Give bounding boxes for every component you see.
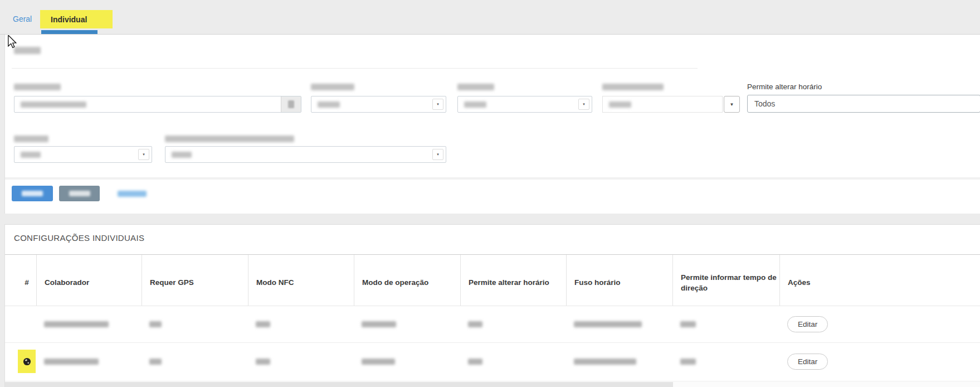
col-header-modo-nfc: Modo NFC <box>248 255 354 306</box>
filter-clear-label-redacted <box>69 191 90 196</box>
fuso-horario-select[interactable]: ▾ <box>14 146 152 163</box>
col-header-number: # <box>17 255 36 306</box>
table-title: CONFIGURAÇÕES INDIVIDUAIS <box>14 233 144 243</box>
permite-alterar-horario-select[interactable]: Todos <box>747 95 980 113</box>
col-header-requer-gps: Requer GPS <box>142 255 248 306</box>
tab-bar: Geral Individual <box>0 0 980 35</box>
permite-informar-tempo-value-redacted <box>172 152 192 158</box>
filter-apply-label-redacted <box>22 191 43 196</box>
permite-alterar-horario-value: Todos <box>748 99 775 108</box>
col-header-colaborador: Colaborador <box>36 255 142 306</box>
caret-down-icon: ▼ <box>730 102 734 107</box>
tab-geral[interactable]: Geral <box>13 14 32 23</box>
colaborador-label-redacted <box>14 84 61 90</box>
chevron-down-icon[interactable]: ▾ <box>578 99 589 110</box>
modo-nfc-label-redacted <box>457 84 494 90</box>
fuso-horario-label-redacted <box>14 136 48 142</box>
requer-gps-select[interactable]: ▾ <box>311 96 446 113</box>
filter-title-redacted <box>14 47 41 54</box>
chevron-down-icon[interactable]: ▾ <box>432 149 443 160</box>
table-row: Editar <box>5 343 980 380</box>
requer-gps-cell-redacted <box>149 359 162 365</box>
search-icon <box>288 100 294 108</box>
col-header-permite-informar-tempo: Permite informar tempo de direção <box>672 255 779 306</box>
requer-gps-cell-redacted <box>149 321 162 327</box>
permite-alterar-cell-redacted <box>468 359 482 365</box>
filter-footer-divider <box>5 177 980 180</box>
col-header-permite-alterar-horario: Permite alterar horário <box>460 255 566 306</box>
colaborador-cell-redacted <box>44 321 109 327</box>
col-header-fuso-horario: Fuso horário <box>566 255 672 306</box>
permite-alterar-cell-redacted <box>468 321 482 327</box>
individual-configs-panel: CONFIGURAÇÕES INDIVIDUAIS # Colaborador … <box>4 224 980 387</box>
mouse-cursor-icon <box>7 35 18 49</box>
permite-informar-tempo-label-redacted <box>165 136 294 142</box>
highlighted-marker-cell <box>18 350 36 373</box>
edit-button[interactable]: Editar <box>787 354 828 370</box>
fuso-horario-cell-redacted <box>574 321 642 327</box>
modo-operacao-dropdown-button[interactable]: ▼ <box>724 96 740 113</box>
modo-nfc-value-redacted <box>464 101 486 108</box>
col-header-modo-operacao: Modo de operação <box>354 255 460 306</box>
permite-informar-cell-redacted <box>680 321 696 327</box>
filter-apply-button[interactable] <box>12 186 53 201</box>
colaborador-search-addon[interactable] <box>281 96 301 112</box>
requer-gps-label-redacted <box>311 84 354 90</box>
globe-icon <box>23 357 31 366</box>
modo-operacao-cell-redacted <box>362 321 396 327</box>
permite-informar-cell-redacted <box>680 359 696 365</box>
modo-operacao-value-redacted <box>609 101 631 108</box>
colaborador-cell-redacted <box>44 359 99 365</box>
modo-operacao-cell-redacted <box>362 359 395 365</box>
col-header-acoes: Ações <box>779 255 980 306</box>
table-row: Editar <box>5 306 980 343</box>
permite-informar-tempo-select[interactable]: ▾ <box>165 146 446 163</box>
permite-alterar-horario-label: Permite alterar horário <box>747 83 822 91</box>
filter-link-redacted[interactable] <box>118 191 147 197</box>
modo-nfc-cell-redacted <box>256 359 270 365</box>
filter-panel: ▾ ▾ ▼ Permite alterar horário Todos ▾ ▾ <box>4 35 980 214</box>
requer-gps-value-redacted <box>318 101 340 108</box>
fuso-horario-cell-redacted <box>574 359 636 365</box>
fuso-horario-value-redacted <box>21 152 41 158</box>
edit-button[interactable]: Editar <box>787 316 828 332</box>
tab-individual-label: Individual <box>40 15 87 24</box>
table-header-row: # Colaborador Requer GPS Modo NFC Modo d… <box>5 255 980 306</box>
tab-individual[interactable]: Individual <box>40 10 113 28</box>
modo-nfc-cell-redacted <box>256 321 270 327</box>
chevron-down-icon[interactable]: ▾ <box>432 99 443 110</box>
row-number-cell <box>17 343 36 380</box>
modo-operacao-label-redacted <box>602 84 664 90</box>
active-tab-underline <box>41 30 97 34</box>
row-number-cell <box>17 306 36 342</box>
colaborador-search-input[interactable] <box>14 96 301 113</box>
horizontal-scrollbar-thumb[interactable] <box>5 382 673 387</box>
filter-title-divider <box>12 68 698 69</box>
modo-operacao-input[interactable] <box>602 96 723 113</box>
filter-clear-button[interactable] <box>59 186 100 201</box>
chevron-down-icon[interactable]: ▾ <box>138 149 149 160</box>
colaborador-placeholder-redacted <box>21 101 86 108</box>
horizontal-scrollbar[interactable] <box>5 381 980 387</box>
modo-nfc-select[interactable]: ▾ <box>457 96 592 113</box>
